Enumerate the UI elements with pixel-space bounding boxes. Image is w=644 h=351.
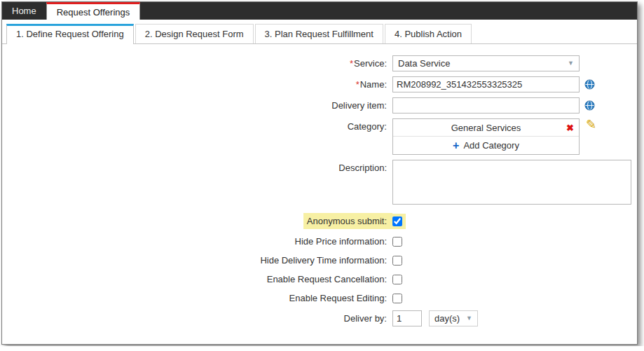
required-asterisk: * (356, 79, 359, 90)
enable-editing-label: Enable Request Editing: (289, 293, 387, 303)
hide-delivery-time-label-cell: Hide Delivery Time information: (2, 255, 392, 266)
deliver-by-unit-value: day(s) (434, 313, 460, 324)
delivery-item-input[interactable] (392, 97, 580, 113)
remove-category-icon[interactable]: ✖ (566, 123, 574, 132)
plus-icon: + (453, 140, 459, 151)
deliver-by-unit-select[interactable]: day(s) ▼ (429, 310, 478, 326)
anonymous-submit-checkbox[interactable] (392, 216, 402, 226)
hide-delivery-time-label: Hide Delivery Time information: (260, 255, 387, 266)
hide-delivery-time-checkbox[interactable] (392, 256, 402, 266)
name-input[interactable] (392, 76, 580, 92)
service-label: Service: (354, 58, 387, 69)
deliver-by-label: Deliver by: (344, 313, 387, 324)
enable-editing-label-cell: Enable Request Editing: (2, 293, 392, 303)
tab-design-request-form[interactable]: 2. Design Request Form (135, 24, 254, 43)
globe-icon[interactable] (584, 79, 595, 90)
form-row-enable-editing: Enable Request Editing: (2, 293, 637, 303)
required-asterisk: * (350, 58, 353, 69)
edit-category-icon[interactable]: ✎ (586, 118, 596, 131)
chevron-down-icon: ▼ (568, 60, 574, 67)
service-selected-value: Data Service (398, 58, 450, 69)
globe-icon[interactable] (584, 100, 595, 111)
form-row-delivery-item: Delivery item: (2, 97, 637, 113)
enable-cancellation-checkbox[interactable] (392, 275, 402, 284)
service-label-cell: *Service: (2, 58, 392, 69)
form-row-anonymous-submit: Anonymous submit: (2, 213, 637, 229)
hide-price-checkbox[interactable] (392, 237, 402, 247)
anonymous-submit-label: Anonymous submit: (307, 216, 387, 226)
add-category-label: Add Category (463, 140, 519, 151)
form-row-category: Category: General Services ✖ + Add Categ… (2, 118, 637, 155)
deliver-by-input[interactable] (392, 310, 422, 326)
name-label-cell: *Name: (2, 79, 392, 90)
chevron-down-icon: ▼ (466, 315, 472, 322)
description-textarea[interactable] (392, 160, 631, 205)
form-row-hide-price: Hide Price information: (2, 236, 637, 247)
tab-request-offerings[interactable]: Request Offerings (46, 2, 141, 20)
category-label-cell: Category: (2, 118, 392, 132)
description-label: Description: (338, 163, 387, 173)
tab-plan-request-fulfillment[interactable]: 3. Plan Request Fulfillment (255, 24, 383, 43)
top-navigation: Home Request Offerings (2, 2, 637, 20)
form-row-name: *Name: (2, 76, 637, 92)
app-window: Home Request Offerings 1. Define Request… (1, 1, 638, 345)
category-item: General Services ✖ (393, 119, 579, 137)
form-row-deliver-by: Deliver by: day(s) ▼ (2, 310, 637, 326)
define-request-offering-form: *Service: Data Service ▼ *Name: (2, 44, 637, 326)
name-label: Name: (360, 79, 387, 90)
wizard-tab-bar: 1. Define Request Offering 2. Design Req… (2, 20, 637, 44)
tab-home[interactable]: Home (2, 2, 46, 20)
delivery-item-label: Delivery item: (331, 100, 387, 111)
delivery-item-label-cell: Delivery item: (2, 100, 392, 111)
enable-cancellation-label-cell: Enable Request Cancellation: (2, 274, 392, 284)
tab-define-request-offering[interactable]: 1. Define Request Offering (6, 24, 134, 44)
add-category-button[interactable]: + Add Category (393, 137, 579, 154)
tab-publish-action[interactable]: 4. Publish Action (385, 24, 472, 43)
hide-price-label: Hide Price information: (295, 236, 388, 247)
form-row-description: Description: (2, 160, 637, 205)
hide-price-label-cell: Hide Price information: (2, 236, 392, 247)
form-row-service: *Service: Data Service ▼ (2, 55, 637, 71)
enable-cancellation-label: Enable Request Cancellation: (267, 274, 387, 284)
form-row-enable-cancellation: Enable Request Cancellation: (2, 274, 637, 284)
description-label-cell: Description: (2, 160, 392, 173)
form-row-hide-delivery-time: Hide Delivery Time information: (2, 255, 637, 266)
enable-editing-checkbox[interactable] (392, 294, 402, 303)
anonymous-label-cell: Anonymous submit: (2, 213, 392, 229)
category-item-label: General Services (451, 123, 521, 133)
category-box: General Services ✖ + Add Category (392, 118, 580, 155)
service-select[interactable]: Data Service ▼ (392, 55, 580, 71)
category-label: Category: (348, 121, 387, 132)
deliver-by-label-cell: Deliver by: (2, 313, 392, 324)
